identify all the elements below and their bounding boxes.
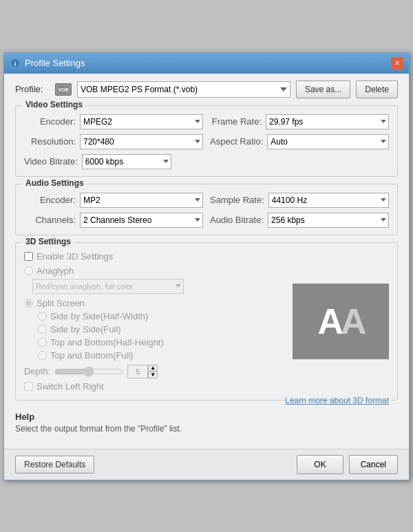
aa-text: A A — [317, 301, 363, 342]
channels-label: Channels: — [24, 215, 76, 225]
depth-spin-buttons: ▲ ▼ — [148, 365, 158, 379]
top-bottom-half-radio[interactable] — [38, 338, 47, 347]
profile-row: Profile: VOB VOB MPEG2 PS Format (*.vob)… — [15, 81, 398, 98]
top-bottom-half-row: Top and Bottom(Half-Height) — [38, 337, 286, 348]
enable-3d-row: Enable 3D Settings — [24, 251, 286, 262]
enable-3d-label: Enable 3D Settings — [36, 251, 113, 262]
split-screen-options: Side by Side(Half-Width) Side by Side(Fu… — [38, 311, 286, 361]
depth-decrement-button[interactable]: ▼ — [148, 372, 158, 379]
close-button[interactable]: × — [391, 57, 403, 70]
threed-settings-section: 3D Settings Enable 3D Settings Anaglyph — [15, 242, 398, 401]
anaglyph-type-select[interactable]: Red/cyan anaglyph, full color — [32, 279, 184, 294]
title-bar: i Profile Settings × — [4, 53, 409, 74]
video-settings-title: Video Settings — [23, 100, 85, 109]
video-bitrate-label: Video Bitrate: — [24, 156, 78, 167]
side-by-side-half-radio[interactable] — [38, 312, 47, 321]
resolution-label: Resolution: — [24, 136, 76, 147]
anaglyph-label: Anaglyph — [36, 266, 74, 276]
video-bitrate-row: Video Bitrate: 6000 kbps — [24, 154, 389, 169]
title-bar-left: i Profile Settings — [10, 58, 85, 69]
threed-body: Enable 3D Settings Anaglyph Red/cyan ana… — [24, 251, 389, 392]
dialog-title: Profile Settings — [25, 58, 85, 68]
dialog-body: Profile: VOB VOB MPEG2 PS Format (*.vob)… — [4, 74, 409, 449]
audio-encoder-label: Encoder: — [24, 195, 76, 205]
side-by-side-half-label: Side by Side(Half-Width) — [50, 311, 148, 321]
encoder-label: Encoder: — [24, 116, 76, 127]
channels-row: Channels: 2 Channels Stereo — [24, 213, 203, 228]
profile-select[interactable]: VOB MPEG2 PS Format (*.vob) — [77, 81, 290, 98]
audio-settings-grid: Encoder: MP2 Sample Rate: 44100 Hz Chann… — [24, 193, 389, 228]
learn-more-link[interactable]: Learn more about 3D format — [285, 396, 389, 405]
resolution-select[interactable]: 720*480 — [80, 134, 203, 149]
svg-text:i: i — [14, 61, 17, 67]
delete-button[interactable]: Delete — [356, 81, 398, 98]
anaglyph-row: Anaglyph — [24, 266, 286, 276]
split-screen-label: Split Screen — [36, 298, 85, 308]
top-bottom-full-row: Top and Bottom(Full) — [38, 350, 286, 361]
audio-bitrate-row: Audio Bitrate: 256 kbps — [210, 213, 389, 228]
switch-left-right-label: Switch Left Right — [36, 381, 104, 392]
profile-label: Profile: — [15, 84, 50, 94]
side-by-side-half-row: Side by Side(Half-Width) — [38, 311, 286, 321]
top-bottom-full-label: Top and Bottom(Full) — [50, 350, 134, 361]
dialog-footer: Restore Defaults OK Cancel — [4, 449, 409, 480]
depth-increment-button[interactable]: ▲ — [148, 365, 158, 372]
enable-3d-checkbox[interactable] — [24, 252, 33, 261]
threed-left: Enable 3D Settings Anaglyph Red/cyan ana… — [24, 251, 286, 392]
depth-value: 5 — [127, 365, 148, 379]
depth-label: Depth: — [24, 366, 50, 376]
anaglyph-radio[interactable] — [24, 266, 33, 275]
depth-row: Depth: 5 ▲ ▼ — [24, 365, 286, 379]
sample-rate-select[interactable]: 44100 Hz — [268, 193, 389, 208]
switch-lr-row: Switch Left Right — [24, 381, 286, 392]
depth-slider[interactable] — [54, 366, 123, 377]
svg-text:VOB: VOB — [58, 87, 68, 92]
aspect-ratio-select[interactable]: Auto — [267, 134, 389, 149]
split-screen-row: Split Screen — [24, 298, 286, 308]
profile-icon-inner: VOB — [56, 85, 70, 94]
switch-left-right-checkbox[interactable] — [24, 382, 33, 391]
audio-settings-section: Audio Settings Encoder: MP2 Sample Rate:… — [15, 184, 398, 235]
threed-settings-title: 3D Settings — [23, 237, 74, 246]
channels-select[interactable]: 2 Channels Stereo — [80, 213, 203, 228]
frame-rate-label: Frame Rate: — [210, 116, 262, 127]
app-icon: i — [10, 58, 21, 69]
sample-rate-label: Sample Rate: — [210, 195, 264, 205]
depth-spinner: 5 ▲ ▼ — [127, 365, 158, 379]
aa-preview-box: A A — [293, 284, 389, 359]
aspect-ratio-row: Aspect Ratio: Auto — [210, 134, 389, 149]
encoder-select[interactable]: MPEG2 — [80, 114, 203, 129]
aspect-ratio-label: Aspect Ratio: — [210, 136, 263, 147]
video-settings-grid: Encoder: MPEG2 Frame Rate: 29.97 fps Res… — [24, 114, 389, 149]
profile-format-icon: VOB — [55, 83, 72, 96]
split-screen-radio[interactable] — [24, 299, 33, 308]
save-as-button[interactable]: Save as... — [296, 81, 350, 98]
side-by-side-full-label: Side by Side(Full) — [50, 324, 121, 334]
top-bottom-full-radio[interactable] — [38, 351, 47, 360]
side-by-side-full-radio[interactable] — [38, 325, 47, 334]
frame-rate-row: Frame Rate: 29.97 fps — [210, 114, 389, 129]
ok-button[interactable]: OK — [297, 455, 343, 474]
audio-bitrate-select[interactable]: 256 kbps — [268, 213, 389, 228]
frame-rate-select[interactable]: 29.97 fps — [266, 114, 389, 129]
side-by-side-full-row: Side by Side(Full) — [38, 324, 286, 334]
video-settings-section: Video Settings Encoder: MPEG2 Frame Rate… — [15, 105, 398, 177]
resolution-row: Resolution: 720*480 — [24, 134, 203, 149]
top-bottom-half-label: Top and Bottom(Half-Height) — [50, 337, 164, 348]
threed-preview: A A — [293, 251, 389, 392]
sample-rate-row: Sample Rate: 44100 Hz — [210, 193, 389, 208]
restore-defaults-button[interactable]: Restore Defaults — [15, 456, 94, 474]
cancel-button[interactable]: Cancel — [349, 455, 398, 474]
help-title: Help — [15, 412, 398, 422]
audio-settings-title: Audio Settings — [23, 178, 87, 188]
audio-encoder-row: Encoder: MP2 — [24, 193, 203, 208]
aa-left-char: A — [317, 301, 341, 342]
footer-right: OK Cancel — [297, 455, 398, 474]
aa-right-char: A — [341, 301, 364, 342]
audio-bitrate-label: Audio Bitrate: — [210, 215, 264, 225]
profile-settings-dialog: i Profile Settings × Profile: VOB VOB MP… — [3, 52, 410, 480]
video-bitrate-select[interactable]: 6000 kbps — [82, 154, 171, 169]
audio-encoder-select[interactable]: MP2 — [80, 193, 203, 208]
encoder-row: Encoder: MPEG2 — [24, 114, 203, 129]
help-text: Select the output format from the "Profi… — [15, 424, 398, 434]
